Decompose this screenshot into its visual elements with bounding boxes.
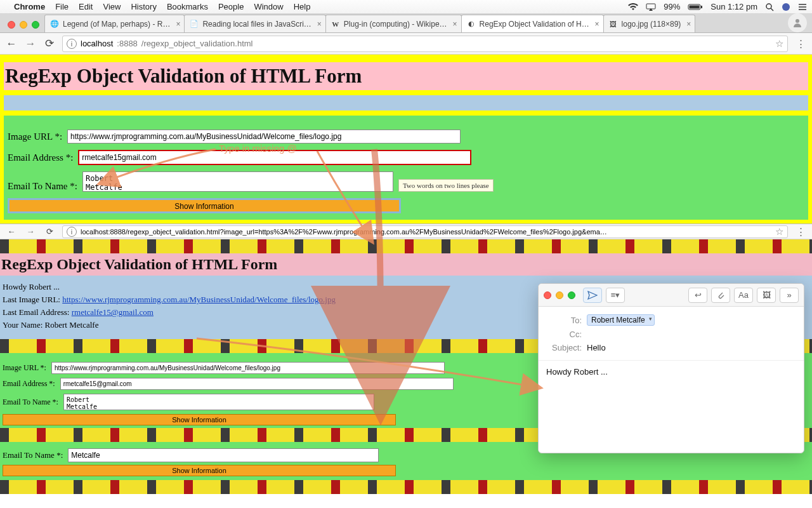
- more-button[interactable]: »: [780, 288, 799, 303]
- inner-show-information-button[interactable]: Show Information: [3, 414, 396, 425]
- favicon-icon: 🖼: [609, 20, 618, 29]
- menu-bookmarks[interactable]: Bookmarks: [167, 2, 208, 11]
- name-textarea[interactable]: [82, 171, 393, 192]
- mail-close-icon[interactable]: [544, 291, 551, 299]
- window-zoom-icon[interactable]: [32, 21, 39, 29]
- name-tooltip: Two words on two lines please: [398, 179, 494, 192]
- mail-minimize-icon[interactable]: [556, 291, 563, 299]
- tab-close-icon[interactable]: ×: [317, 20, 322, 29]
- bookmark-star-icon[interactable]: ☆: [775, 38, 783, 50]
- chrome-menu-icon[interactable]: ⋮: [794, 226, 807, 237]
- repeat-name-label: Email To Name *:: [3, 450, 63, 460]
- mail-zoom-icon[interactable]: [568, 291, 575, 299]
- svg-rect-0: [646, 4, 655, 9]
- svg-rect-3: [701, 6, 702, 8]
- inner-back-button[interactable]: ←: [5, 227, 18, 236]
- repeat-name-input[interactable]: [68, 448, 379, 462]
- mail-cc-label: Cc:: [546, 330, 582, 339]
- airplay-icon[interactable]: [646, 3, 656, 11]
- mail-compose-window: ≡▾ ↩ Aa 🖼 » To: Robert Metcalfe Cc: Subj…: [538, 283, 804, 453]
- favicon-icon: 📄: [190, 20, 199, 29]
- app-name[interactable]: Chrome: [14, 2, 45, 11]
- url-path: /regexp_object_validation.html: [141, 39, 253, 48]
- favicon-icon: ◐: [467, 20, 476, 29]
- menu-help[interactable]: Help: [294, 2, 311, 11]
- browser-toolbar: ← → ⟳ i localhost:8888/regexp_object_val…: [0, 33, 812, 55]
- inner-email-label: Email Address *:: [3, 379, 55, 389]
- attachment-button[interactable]: [711, 288, 730, 303]
- mail-cc-field[interactable]: [587, 330, 796, 339]
- battery-icon[interactable]: [688, 3, 703, 11]
- reply-button[interactable]: ↩: [688, 288, 707, 303]
- svg-point-6: [782, 3, 790, 11]
- inner-title: RegExp Object Validation of HTML Form: [0, 253, 812, 276]
- profile-icon[interactable]: [788, 13, 807, 32]
- tab-close-icon[interactable]: ×: [176, 20, 180, 29]
- repeat-show-information-button[interactable]: Show Information: [3, 465, 396, 476]
- your-name-label: Your Name:: [3, 320, 45, 330]
- site-info-icon[interactable]: i: [67, 227, 77, 237]
- inner-email-input[interactable]: [60, 378, 454, 390]
- header-fields-button[interactable]: ≡▾: [606, 288, 625, 303]
- last-image-label: Last Image URL:: [3, 295, 62, 304]
- bookmark-star-icon[interactable]: ☆: [775, 226, 783, 237]
- blue-banner: [4, 95, 808, 110]
- tab-3[interactable]: ◐RegExp Object Validation of H…×: [461, 15, 604, 32]
- notification-center-icon[interactable]: [798, 3, 807, 11]
- send-button[interactable]: [583, 288, 602, 303]
- email-input[interactable]: [78, 150, 471, 165]
- mail-subject-value[interactable]: Hello: [587, 343, 606, 352]
- address-bar[interactable]: i localhost:8888/regexp_object_validatio…: [62, 36, 788, 52]
- photo-button[interactable]: 🖼: [757, 288, 776, 303]
- reload-button[interactable]: ⟳: [43, 37, 56, 50]
- tab-0[interactable]: 🌐Legend (of Map, perhaps) - R…×: [44, 15, 185, 32]
- window-close-icon[interactable]: [8, 21, 15, 29]
- page-title: RegExp Object Validation of HTML Form: [4, 62, 808, 90]
- image-url-input[interactable]: [67, 130, 461, 144]
- format-button[interactable]: Aa: [734, 288, 753, 303]
- tab-4[interactable]: 🖼logo.jpg (118×89)×: [603, 15, 696, 32]
- last-image-link[interactable]: https://www.rjmprogramming.com.au/MyBusi…: [62, 295, 336, 304]
- window-minimize-icon[interactable]: [20, 21, 27, 29]
- inner-image-input[interactable]: [51, 362, 445, 374]
- forward-button[interactable]: →: [24, 37, 37, 50]
- your-name-value: Robert Metcalfe: [45, 320, 99, 330]
- mail-toolbar: ≡▾ ↩ Aa 🖼 »: [539, 284, 804, 307]
- tab-close-icon[interactable]: ×: [595, 20, 599, 29]
- tab-strip: 🌐Legend (of Map, perhaps) - R…× 📄Reading…: [0, 14, 812, 33]
- inner-reload-button[interactable]: ⟳: [43, 227, 56, 236]
- inner-name-textarea[interactable]: [63, 394, 374, 410]
- chrome-menu-icon[interactable]: ⋮: [794, 38, 807, 50]
- back-button[interactable]: ←: [5, 37, 18, 50]
- tab-title: RegExp Object Validation of H…: [480, 20, 589, 29]
- mail-subject-label: Subject:: [546, 343, 582, 352]
- siri-icon[interactable]: [782, 3, 790, 11]
- menu-view[interactable]: View: [103, 2, 121, 11]
- wifi-icon[interactable]: [628, 3, 638, 11]
- tab-close-icon[interactable]: ×: [453, 20, 457, 29]
- show-information-button[interactable]: Show Information: [8, 198, 401, 213]
- svg-line-5: [771, 8, 773, 11]
- menu-people[interactable]: People: [218, 2, 244, 11]
- menu-window[interactable]: Window: [254, 2, 283, 11]
- last-email-link[interactable]: rmetcalfe15@gmail.com: [72, 307, 154, 317]
- menu-history[interactable]: History: [131, 2, 156, 11]
- mail-body[interactable]: Howdy Robert ...: [539, 361, 804, 453]
- site-info-icon[interactable]: i: [67, 39, 77, 49]
- spotlight-icon[interactable]: [765, 3, 774, 11]
- tab-1[interactable]: 📄Reading local files in JavaScri…×: [184, 15, 325, 32]
- inner-forward-button[interactable]: →: [24, 227, 37, 236]
- email-label: Email Address *:: [8, 152, 73, 163]
- svg-point-4: [766, 4, 771, 9]
- inner-toolbar: ← → ⟳ i localhost:8888/regexp_object_val…: [0, 224, 812, 239]
- inner-image-label: Image URL *:: [3, 363, 46, 373]
- tab-close-icon[interactable]: ×: [686, 20, 691, 29]
- menu-file[interactable]: File: [55, 2, 69, 11]
- inner-address-bar[interactable]: i localhost:8888/regexp_object_validatio…: [62, 225, 788, 238]
- clock[interactable]: Sun 1:12 pm: [710, 2, 757, 11]
- tab-2[interactable]: WPlug-in (computing) - Wikipe…×: [325, 15, 462, 32]
- mail-to-chip[interactable]: Robert Metcalfe: [587, 314, 655, 326]
- svg-rect-2: [690, 5, 700, 8]
- page-top: RegExp Object Validation of HTML Form Im…: [0, 55, 812, 224]
- menu-edit[interactable]: Edit: [79, 2, 93, 11]
